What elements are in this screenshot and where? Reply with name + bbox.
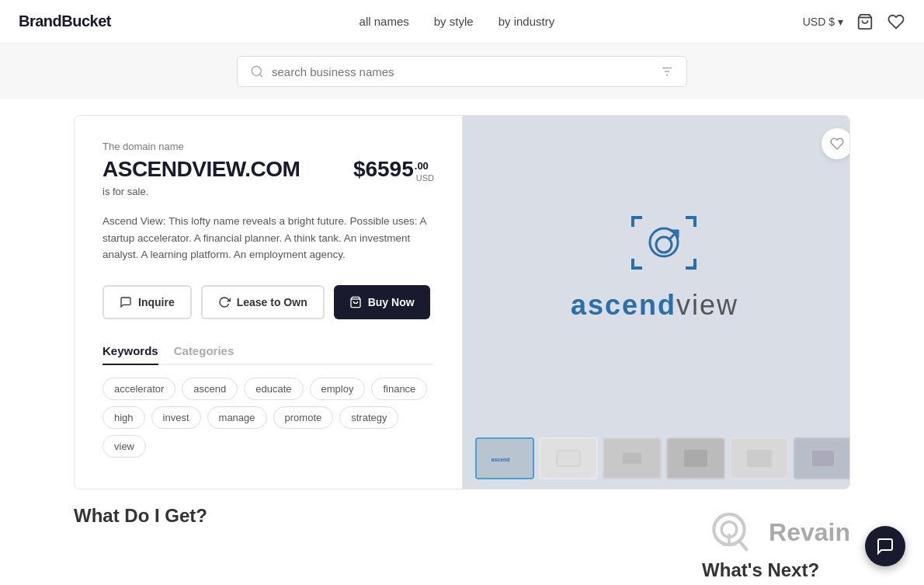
favorites-icon[interactable] (887, 12, 905, 31)
header-right: USD $ ▾ (803, 12, 905, 31)
svg-line-2 (259, 74, 262, 76)
buy-label: Buy Now (368, 296, 415, 308)
revain-area: Revain (702, 505, 850, 559)
svg-text:ascend: ascend (492, 457, 510, 462)
price-decimal: .00 (415, 160, 434, 172)
panel-favorite-button[interactable] (822, 128, 850, 159)
svg-rect-16 (812, 451, 834, 466)
domain-price-row: ASCENDVIEW.COM $6595 .00 USD (102, 157, 434, 183)
nav-all-names[interactable]: all names (360, 15, 409, 28)
main-card: The domain name ASCENDVIEW.COM $6595 .00… (74, 115, 850, 489)
search-icon (250, 64, 264, 78)
price-main: $6595 (353, 157, 414, 182)
tag-high[interactable]: high (102, 406, 145, 429)
main-nav: all names by style by industry (360, 15, 555, 28)
thumbnail-2[interactable] (603, 437, 662, 479)
tag-view[interactable]: view (102, 435, 146, 458)
svg-line-18 (739, 541, 747, 550)
right-panel: ascendview ascend (463, 116, 850, 489)
tag-invest[interactable]: invest (151, 406, 201, 429)
for-sale-label: is for sale. (102, 186, 434, 197)
currency-label: USD $ (803, 16, 835, 28)
left-panel: The domain name ASCENDVIEW.COM $6595 .00… (75, 116, 463, 489)
thumbnail-strip: ascend (463, 428, 850, 489)
site-logo[interactable]: BrandBucket (19, 12, 111, 30)
tag-promote[interactable]: promote (273, 406, 334, 429)
lease-label: Lease to Own (237, 296, 307, 308)
inquire-button[interactable]: Inquire (102, 285, 192, 319)
thumbnail-logo[interactable]: ascend (475, 437, 534, 479)
svg-rect-13 (623, 453, 641, 464)
svg-text:ascendview: ascendview (571, 289, 738, 321)
tags-container: accelerator ascend educate employ financ… (102, 378, 434, 458)
tab-categories[interactable]: Categories (174, 344, 234, 365)
refresh-icon (218, 296, 231, 308)
price-currency: USD (416, 173, 434, 183)
cart-buy-icon (349, 296, 362, 308)
bottom-left: What Do I Get? (74, 505, 207, 527)
thumb-1-icon (553, 447, 584, 470)
tag-educate[interactable]: educate (244, 378, 303, 400)
thumbnail-1[interactable] (539, 437, 598, 479)
lease-button[interactable]: Lease to Own (201, 285, 325, 319)
thumbnail-4[interactable] (730, 437, 789, 479)
thumb-logo-icon: ascend (489, 447, 520, 469)
price-block: $6595 .00 USD (353, 157, 434, 183)
search-wrapper (237, 56, 687, 87)
thumb-3-icon (680, 447, 711, 470)
currency-arrow-icon: ▾ (838, 16, 843, 28)
ascendview-logo-svg: ascendview (540, 202, 788, 342)
tabs-row: Keywords Categories (102, 344, 434, 365)
thumb-4-icon (744, 447, 775, 470)
tag-ascend[interactable]: ascend (182, 378, 238, 400)
bottom-right: Revain What's Next? (702, 505, 850, 581)
bottom-section: What Do I Get? Revain What's Next? (74, 505, 850, 585)
whats-next-heading: What's Next? (702, 559, 819, 581)
currency-selector[interactable]: USD $ ▾ (803, 16, 843, 28)
revain-icon (702, 505, 756, 559)
tab-keywords[interactable]: Keywords (102, 344, 158, 365)
thumb-2-icon (617, 447, 648, 470)
tag-manage[interactable]: manage (207, 406, 267, 429)
svg-rect-12 (557, 451, 580, 466)
domain-label: The domain name (102, 141, 434, 152)
svg-rect-15 (747, 450, 772, 467)
cart-icon[interactable] (856, 12, 874, 31)
message-icon (120, 296, 132, 308)
filter-icon[interactable] (660, 64, 674, 78)
tag-strategy[interactable]: strategy (339, 406, 398, 429)
tag-accelerator[interactable]: accelerator (102, 378, 175, 400)
search-container (0, 44, 924, 99)
what-do-i-get-heading: What Do I Get? (74, 505, 207, 527)
svg-rect-14 (684, 450, 707, 467)
tag-employ[interactable]: employ (310, 378, 366, 400)
header: BrandBucket all names by style by indust… (0, 0, 924, 44)
action-buttons: Inquire Lease to Own Buy Now (102, 285, 434, 319)
inquire-label: Inquire (138, 296, 175, 308)
domain-description: Ascend View: This lofty name reveals a b… (102, 213, 434, 263)
thumb-5-icon (808, 447, 839, 470)
nav-by-style[interactable]: by style (434, 15, 474, 28)
thumbnail-3[interactable] (666, 437, 725, 479)
nav-by-industry[interactable]: by industry (498, 15, 555, 28)
buy-button[interactable]: Buy Now (334, 285, 430, 319)
chat-icon (876, 537, 894, 555)
tag-finance[interactable]: finance (371, 378, 427, 400)
revain-text: Revain (769, 518, 850, 547)
logo-preview: ascendview (463, 116, 850, 428)
thumbnail-5[interactable] (794, 437, 850, 479)
svg-point-1 (252, 66, 261, 75)
chat-bubble-button[interactable] (865, 526, 905, 566)
domain-name: ASCENDVIEW.COM (102, 157, 300, 182)
search-input[interactable] (272, 65, 652, 78)
